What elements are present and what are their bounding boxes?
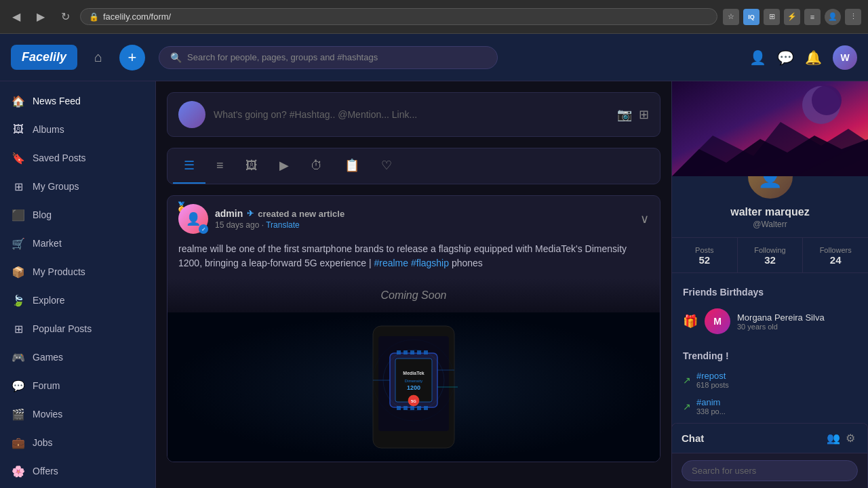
stat-following-value: 32 <box>741 254 800 266</box>
tab-list[interactable]: ≡ <box>205 149 235 184</box>
stat-posts[interactable]: Posts 52 <box>672 238 737 272</box>
address-bar[interactable]: 🔒 facelily.com/form/ <box>80 8 717 25</box>
sidebar-item-news-feed[interactable]: 🏠 News Feed <box>0 87 155 115</box>
svg-text:5G: 5G <box>411 399 416 403</box>
composer-input[interactable]: What's going on? #Hashtag.. @Mention... … <box>214 109 609 120</box>
ext-icon-1[interactable]: ⊞ <box>764 9 780 25</box>
svg-rect-7 <box>417 350 421 354</box>
composer-media-btn[interactable]: ⊞ <box>639 107 649 122</box>
post-author-info: admin ✈ created a new article 15 days ag… <box>215 208 633 230</box>
blog-icon: ⬛ <box>11 207 26 222</box>
svg-rect-4 <box>397 350 401 354</box>
home-button[interactable]: ⌂ <box>85 45 111 70</box>
trending-posts-0: 618 posts <box>696 381 857 389</box>
tab-timeline[interactable]: ☰ <box>173 148 205 184</box>
trending-tag-1: #anim <box>696 397 857 407</box>
header-right-actions: 👤 💬 🔔 W <box>749 45 857 70</box>
messages-button[interactable]: 💬 <box>777 49 794 66</box>
sidebar-item-jobs[interactable]: 💼 Jobs <box>0 428 155 457</box>
tab-files[interactable]: 📋 <box>334 148 370 184</box>
sidebar-item-games[interactable]: 🎮 Games <box>0 343 155 371</box>
svg-text:1200: 1200 <box>407 384 420 391</box>
groups-icon: ⊞ <box>11 179 26 194</box>
menu-icon[interactable]: ⋮ <box>845 9 861 25</box>
stat-posts-value: 52 <box>675 254 734 266</box>
svg-rect-9 <box>397 406 401 410</box>
svg-rect-6 <box>410 350 414 354</box>
trending-item-0[interactable]: ↗ #repost 618 posts <box>672 367 868 393</box>
trending-posts-1: 338 po... <box>696 407 857 415</box>
sidebar-item-offers[interactable]: 🌸 Offers <box>0 457 155 485</box>
birthday-name[interactable]: Morgana Pereira Silva <box>737 312 857 323</box>
star-icon[interactable]: ☆ <box>723 9 739 25</box>
post-hashtag1[interactable]: #realme <box>374 258 408 268</box>
sidebar-item-memories[interactable]: 🕐 Memories <box>0 485 155 488</box>
sidebar-label-games: Games <box>33 352 63 363</box>
jobs-icon: 💼 <box>11 435 26 450</box>
post-time: 15 days ago <box>215 220 259 230</box>
tab-photos[interactable]: 🖼 <box>235 149 269 184</box>
stat-followers[interactable]: Followers 24 <box>803 238 868 272</box>
sidebar-label-movies: Movies <box>33 409 62 420</box>
stat-following-label: Following <box>741 246 800 254</box>
tab-video[interactable]: ▶ <box>269 148 300 184</box>
chat-add-user-button[interactable]: 👥 <box>824 430 843 446</box>
browser-fwd-btn[interactable]: ▶ <box>31 7 50 26</box>
post-badge: 🏅 👤 ✓ <box>178 204 208 234</box>
verified-badge-icon: ✓ <box>199 224 208 234</box>
ext-icon-2[interactable]: ⚡ <box>784 9 800 25</box>
svg-text:MediaTek: MediaTek <box>403 371 424 375</box>
search-icon: 🔍 <box>170 52 182 63</box>
sidebar-item-forum[interactable]: 💬 Forum <box>0 371 155 400</box>
post-menu-button[interactable]: ∨ <box>640 211 649 226</box>
ext-icon-3[interactable]: ≡ <box>804 9 821 25</box>
chat-search-input[interactable] <box>682 460 858 481</box>
movies-icon: 🎬 <box>11 407 26 422</box>
post-author-avatar[interactable]: 👤 ✓ <box>178 204 208 234</box>
home-icon: 🏠 <box>11 94 26 108</box>
svg-rect-11 <box>410 406 414 410</box>
post-content: realme will be one of the first smartpho… <box>167 242 660 279</box>
post-card: 🏅 👤 ✓ admin ✈ created a new article 15 d… <box>167 195 660 462</box>
sidebar-item-saved-posts[interactable]: 🔖 Saved Posts <box>0 144 155 172</box>
stat-following[interactable]: Following 32 <box>737 238 804 272</box>
add-post-button[interactable]: + <box>119 45 145 70</box>
post-hashtag2[interactable]: #flagship <box>411 258 449 268</box>
profile-handle: @Walterr <box>683 220 857 229</box>
post-translate-link[interactable]: Translate <box>266 220 300 230</box>
composer-photo-btn[interactable]: 📷 <box>617 107 632 122</box>
svg-point-26 <box>812 85 842 115</box>
chat-widget: Chat 👥 ⚙ <box>671 423 868 488</box>
trending-info-0: #repost 618 posts <box>696 371 857 389</box>
sidebar-item-movies[interactable]: 🎬 Movies <box>0 400 155 428</box>
trending-item-1[interactable]: ↗ #anim 338 po... <box>672 393 868 420</box>
tab-activity[interactable]: ⏱ <box>300 149 334 184</box>
sidebar-item-market[interactable]: 🛒 Market <box>0 229 155 258</box>
sidebar-item-explore[interactable]: 🍃 Explore <box>0 286 155 314</box>
user-avatar[interactable]: W <box>833 45 857 70</box>
browser-ext-icons: ☆ IQ ⊞ ⚡ ≡ 👤 ⋮ <box>723 9 861 25</box>
tab-liked[interactable]: ♡ <box>370 148 403 184</box>
sidebar-label-jobs: Jobs <box>33 437 53 448</box>
sidebar-item-popular-posts[interactable]: ⊞ Popular Posts <box>0 314 155 343</box>
sidebar-item-albums[interactable]: 🖼 Albums <box>0 115 155 144</box>
author-name-link[interactable]: admin <box>215 208 243 219</box>
search-placeholder-text: Search for people, pages, groups and #ha… <box>187 52 378 62</box>
sidebar-item-my-groups[interactable]: ⊞ My Groups <box>0 172 155 201</box>
browser-reload-btn[interactable]: ↻ <box>56 7 75 26</box>
profile-info: walter marquez @Walterr <box>672 206 868 237</box>
sidebar-label-saved-posts: Saved Posts <box>33 152 86 163</box>
offers-icon: 🌸 <box>11 464 26 479</box>
profile-button[interactable]: 👤 <box>749 49 766 66</box>
sidebar-item-blog[interactable]: ⬛ Blog <box>0 201 155 229</box>
global-search[interactable]: 🔍 Search for people, pages, groups and #… <box>159 46 498 69</box>
chat-settings-button[interactable]: ⚙ <box>843 430 858 446</box>
notifications-button[interactable]: 🔔 <box>805 49 822 66</box>
birthday-age: 30 years old <box>737 323 857 331</box>
birthday-item: 🎁 M Morgana Pereira Silva 30 years old <box>672 303 868 340</box>
browser-back-btn[interactable]: ◀ <box>7 7 26 26</box>
feed-area: What's going on? #Hashtag.. @Mention... … <box>156 81 671 488</box>
sidebar-item-my-products[interactable]: 📦 My Products <box>0 258 155 286</box>
iq-ext-icon[interactable]: IQ <box>743 9 760 25</box>
profile-ext-icon[interactable]: 👤 <box>825 9 841 25</box>
